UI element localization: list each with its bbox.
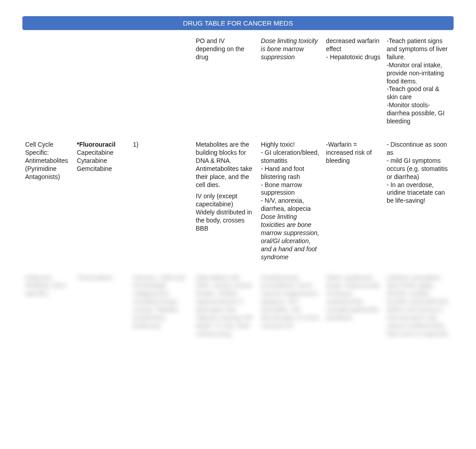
cell-class: Antitumor Antibiotic (Non-specific) xyxy=(22,270,74,370)
cell-drugs: *Doxorubicin xyxy=(74,270,130,370)
cell-text: - GI ulceration/bleed, stomatitis xyxy=(261,149,320,165)
cell-class: Cell Cycle Specific: Antimetabolites (Py… xyxy=(22,136,74,270)
cell-text: Widely distributed in the body, crosses … xyxy=(196,209,255,233)
cell-text: *Doxorubicin xyxy=(77,274,127,282)
cell-text: 1) xyxy=(133,141,190,149)
cell-text: -Teach patient signs and symptoms of liv… xyxy=(387,37,451,61)
cell-text: - Hepatotoxic drugs xyxy=(326,53,381,61)
cell-text: decreased warfarin effect xyxy=(326,37,381,53)
cell-class xyxy=(22,33,74,136)
cell-drugs: *Fluorouracil Capecitabine Cytarabine Ge… xyxy=(74,136,130,270)
cell-interactions: decreased warfarin effect - Hepatotoxic … xyxy=(323,33,384,136)
title-text: DRUG TABLE FOR CANCER MEDS xyxy=(183,19,293,27)
page-title: DRUG TABLE FOR CANCER MEDS xyxy=(22,16,454,30)
table-row: PO and IV depending on the drug Dose lim… xyxy=(22,33,454,136)
cell-text: -Monitor stools-diarrhea possible, GI bl… xyxy=(387,101,451,126)
cell-text: Intercalates into DNA, causes strand bre… xyxy=(196,274,255,338)
cell-uses xyxy=(130,33,193,136)
cell-text: Cell Cycle Specific: Antimetabolites (Py… xyxy=(25,141,71,181)
cell-text: Lifetime cumulative dose limits apply. M… xyxy=(387,274,451,338)
cell-nursing: - Discontinue as soon as - mild GI sympt… xyxy=(384,136,454,270)
cell-uses: 1) xyxy=(130,136,193,270)
cell-nursing: Lifetime cumulative dose limits apply. M… xyxy=(384,270,454,370)
cell-drugs xyxy=(74,33,130,136)
cell-text: - Hand and foot blistering rash xyxy=(261,165,320,181)
cell-text: Cytarabine xyxy=(77,157,127,165)
cell-mechanism: PO and IV depending on the drug xyxy=(193,33,258,136)
cell-text: Gemcitabine xyxy=(77,165,127,173)
cell-text: Antitumor Antibiotic (Non-specific) xyxy=(25,274,71,298)
cell-text: - mild GI symptoms occurs (e.g. stomatit… xyxy=(387,157,451,181)
cell-text: - In an overdose, uridine triacetate can… xyxy=(387,181,451,205)
cell-text: -Warfarin = increased risk of bleeding xyxy=(326,141,381,165)
cell-text: -Teach good oral & skin care xyxy=(387,85,451,101)
cell-mechanism: Intercalates into DNA, causes strand bre… xyxy=(193,270,258,370)
cell-text: *Fluorouracil xyxy=(77,141,127,149)
cell-text: - N/V, anorexia, diarrhea, alopecia xyxy=(261,197,320,213)
cell-nursing: -Teach patient signs and symptoms of liv… xyxy=(384,33,454,136)
cell-adverse: Cardiotoxicity (cumulative), bone marrow… xyxy=(258,270,323,370)
drug-table: PO and IV depending on the drug Dose lim… xyxy=(22,33,454,370)
table-row: Cell Cycle Specific: Antimetabolites (Py… xyxy=(22,136,454,270)
cell-text: Other cardiotoxic drugs; trastuzumab inc… xyxy=(326,274,381,322)
cell-text: -Monitor oral intake, provide non-irrita… xyxy=(387,61,451,86)
cell-text: Dose limiting toxicities are bone marrow… xyxy=(261,213,320,261)
table-row: Antitumor Antibiotic (Non-specific) *Dox… xyxy=(22,270,454,370)
cell-adverse: Dose limiting toxicity is bone marrow su… xyxy=(258,33,323,136)
cell-text: Capecitabine xyxy=(77,149,127,157)
cell-text: Dose limiting toxicity is bone marrow su… xyxy=(261,37,320,61)
cell-text: Highly toxic! xyxy=(261,141,320,149)
cell-text: Metabolites are the building blocks for … xyxy=(196,141,255,189)
cell-text: - Discontinue as soon as xyxy=(387,141,451,157)
cell-text: - Bone marrow suppression xyxy=(261,181,320,197)
cell-text: Cancers: solid and hematologic malignanc… xyxy=(133,274,190,330)
cell-text: PO and IV depending on the drug xyxy=(196,37,255,61)
cell-uses: Cancers: solid and hematologic malignanc… xyxy=(130,270,193,370)
cell-mechanism: Metabolites are the building blocks for … xyxy=(193,136,258,270)
cell-interactions: Other cardiotoxic drugs; trastuzumab inc… xyxy=(323,270,384,370)
cell-interactions: -Warfarin = increased risk of bleeding xyxy=(323,136,384,270)
cell-adverse: Highly toxic! - GI ulceration/bleed, sto… xyxy=(258,136,323,270)
cell-text: Cardiotoxicity (cumulative), bone marrow… xyxy=(261,274,320,330)
cell-text: IV only (except capecitabine) xyxy=(196,192,255,209)
